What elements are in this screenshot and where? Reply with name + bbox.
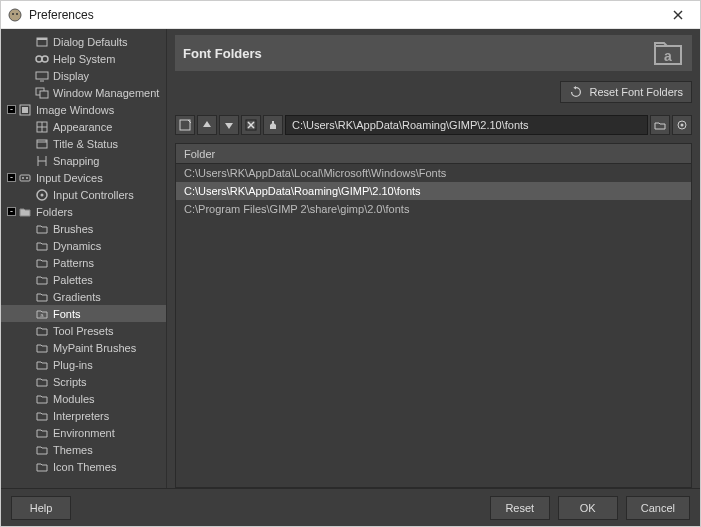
ok-button[interactable]: OK xyxy=(558,496,618,520)
writable-indicator-icon[interactable] xyxy=(263,115,283,135)
tree-item[interactable]: Dialog Defaults xyxy=(1,33,166,50)
tree-expander-icon[interactable]: - xyxy=(7,105,16,114)
tree-item[interactable]: Gradients xyxy=(1,288,166,305)
folder-list: Folder C:\Users\RK\AppData\Local\Microso… xyxy=(175,143,692,488)
tree-expander-spacer xyxy=(21,121,33,133)
tree-item[interactable]: Environment xyxy=(1,424,166,441)
path-input[interactable] xyxy=(285,115,648,135)
tree-item[interactable]: Input Controllers xyxy=(1,186,166,203)
tree-expander-spacer xyxy=(21,53,33,65)
tree-expander-spacer xyxy=(21,240,33,252)
svg-text:a: a xyxy=(664,48,672,64)
window-title: Preferences xyxy=(29,8,662,22)
cancel-button[interactable]: Cancel xyxy=(626,496,690,520)
tree-item-label: Dynamics xyxy=(53,240,101,252)
tree-item[interactable]: Help System xyxy=(1,50,166,67)
tree-item[interactable]: Tool Presets xyxy=(1,322,166,339)
input-devices-icon xyxy=(18,171,32,185)
tree-expander-spacer xyxy=(21,325,33,337)
browse-button[interactable] xyxy=(650,115,670,135)
tree-item[interactable]: Dynamics xyxy=(1,237,166,254)
tree-expander-spacer xyxy=(21,376,33,388)
folder-icon xyxy=(35,358,49,372)
tree-item-label: Environment xyxy=(53,427,115,439)
folder-list-row[interactable]: C:\Program Files\GIMP 2\share\gimp\2.0\f… xyxy=(176,200,691,218)
tree-item[interactable]: -Image Windows xyxy=(1,101,166,118)
tree-item[interactable]: Modules xyxy=(1,390,166,407)
new-folder-button[interactable] xyxy=(175,115,195,135)
tree-expander-icon[interactable]: - xyxy=(7,173,16,182)
folder-icon xyxy=(35,392,49,406)
tree-item[interactable]: Brushes xyxy=(1,220,166,237)
reset-font-folders-button[interactable]: Reset Font Folders xyxy=(560,81,692,103)
tree-item-label: Title & Status xyxy=(53,138,118,150)
folder-list-row[interactable]: C:\Users\RK\AppData\Roaming\GIMP\2.10\fo… xyxy=(176,182,691,200)
svg-point-28 xyxy=(41,193,44,196)
move-up-button[interactable] xyxy=(197,115,217,135)
tree-item-label: Input Controllers xyxy=(53,189,134,201)
tree-item-label: Modules xyxy=(53,393,95,405)
tree-item[interactable]: Patterns xyxy=(1,254,166,271)
tree-expander-spacer xyxy=(21,342,33,354)
refresh-button[interactable] xyxy=(672,115,692,135)
folder-icon xyxy=(35,239,49,253)
main-panel: Font Folders a Reset Font Folders xyxy=(167,29,700,488)
tree-item[interactable]: Palettes xyxy=(1,271,166,288)
tree-item-label: Fonts xyxy=(53,308,81,320)
svg-point-7 xyxy=(36,56,42,62)
tree-item[interactable]: Icon Themes xyxy=(1,458,166,475)
path-toolbar xyxy=(175,113,692,137)
tree-expander-spacer xyxy=(21,155,33,167)
tree-item[interactable]: Scripts xyxy=(1,373,166,390)
tree-item[interactable]: aFonts xyxy=(1,305,166,322)
folder-list-row[interactable]: C:\Users\RK\AppData\Local\Microsoft\Wind… xyxy=(176,164,691,182)
controllers-icon xyxy=(35,188,49,202)
tree-expander-spacer xyxy=(21,291,33,303)
tree-item-label: Image Windows xyxy=(36,104,114,116)
panel-header: Font Folders a xyxy=(175,35,692,71)
tree-item[interactable]: Title & Status xyxy=(1,135,166,152)
window-icon xyxy=(35,86,49,100)
tree-item[interactable]: Plug-ins xyxy=(1,356,166,373)
tree-item[interactable]: -Input Devices xyxy=(1,169,166,186)
folder-icon xyxy=(35,324,49,338)
help-button[interactable]: Help xyxy=(11,496,71,520)
folder-list-body[interactable]: C:\Users\RK\AppData\Local\Microsoft\Wind… xyxy=(176,164,691,487)
tree-item-label: Icon Themes xyxy=(53,461,116,473)
reset-button[interactable]: Reset xyxy=(490,496,550,520)
move-down-button[interactable] xyxy=(219,115,239,135)
tree-item[interactable]: Display xyxy=(1,67,166,84)
tree-item[interactable]: Themes xyxy=(1,441,166,458)
folders-icon xyxy=(18,205,32,219)
folder-column-header[interactable]: Folder xyxy=(176,144,691,164)
tree-item[interactable]: Interpreters xyxy=(1,407,166,424)
preferences-window: Preferences Dialog DefaultsHelp SystemDi… xyxy=(0,0,701,527)
tree-item-label: Palettes xyxy=(53,274,93,286)
svg-text:a: a xyxy=(40,312,44,318)
font-folder-icon: a xyxy=(652,37,684,69)
tree-item[interactable]: Appearance xyxy=(1,118,166,135)
svg-point-38 xyxy=(681,124,684,127)
titlebar: Preferences xyxy=(1,1,700,29)
tree-item-label: MyPaint Brushes xyxy=(53,342,136,354)
tree-item[interactable]: Snapping xyxy=(1,152,166,169)
tree-item-label: Plug-ins xyxy=(53,359,93,371)
tree-expander-spacer xyxy=(21,87,33,99)
panel-title: Font Folders xyxy=(183,46,652,61)
folder-icon xyxy=(35,426,49,440)
tree-item-label: Brushes xyxy=(53,223,93,235)
window-close-button[interactable] xyxy=(662,2,694,28)
svg-rect-6 xyxy=(37,38,47,40)
tree-item[interactable]: Window Management xyxy=(1,84,166,101)
reset-row: Reset Font Folders xyxy=(175,77,692,107)
reset-font-folders-label: Reset Font Folders xyxy=(589,86,683,98)
folder-icon xyxy=(35,460,49,474)
preferences-tree[interactable]: Dialog DefaultsHelp SystemDisplayWindow … xyxy=(1,29,167,488)
tree-item[interactable]: MyPaint Brushes xyxy=(1,339,166,356)
tree-item-label: Appearance xyxy=(53,121,112,133)
dialog-footer: Help Reset OK Cancel xyxy=(1,488,700,526)
delete-button[interactable] xyxy=(241,115,261,135)
tree-item[interactable]: -Folders xyxy=(1,203,166,220)
tree-expander-icon[interactable]: - xyxy=(7,207,16,216)
folder-icon xyxy=(35,222,49,236)
